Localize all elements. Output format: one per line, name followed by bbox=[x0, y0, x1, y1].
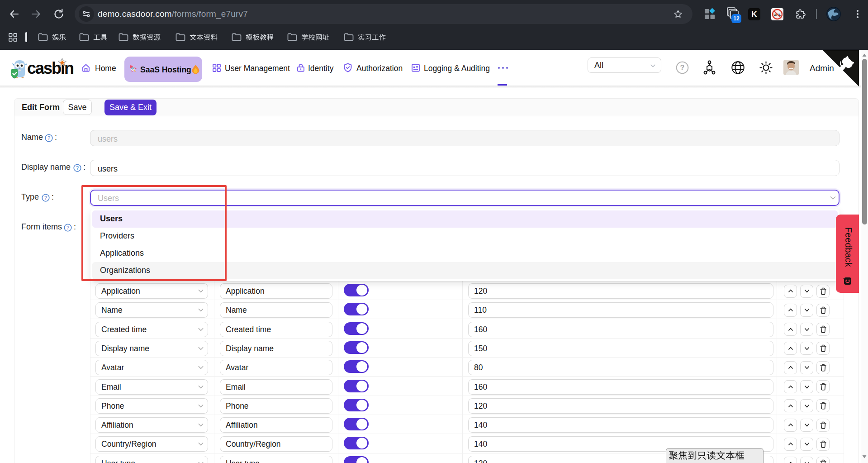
svg-text:?: ? bbox=[680, 64, 685, 72]
svg-text:?: ? bbox=[47, 135, 50, 141]
svg-text:?: ? bbox=[66, 225, 69, 230]
svg-text:?: ? bbox=[76, 165, 79, 171]
svg-text:?: ? bbox=[44, 195, 47, 200]
